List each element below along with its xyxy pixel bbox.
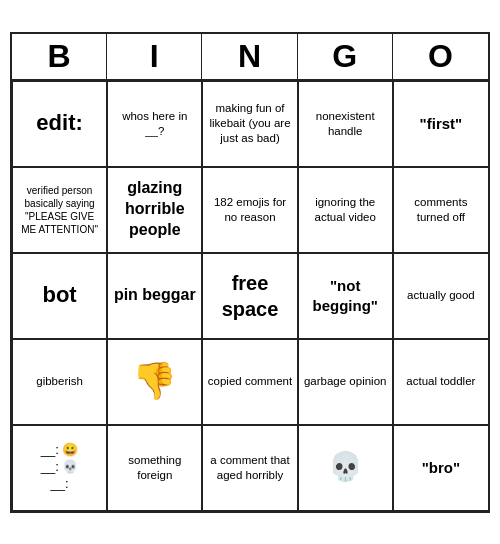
cell-r2c4: ignoring the actual video: [298, 167, 393, 253]
cell-r4c1: gibberish: [12, 339, 107, 425]
cell-r2c5: comments turned off: [393, 167, 488, 253]
header-i: I: [107, 34, 202, 79]
cell-r4c4: garbage opinion: [298, 339, 393, 425]
cell-r5c4: 💀: [298, 425, 393, 511]
cell-r5c1: __: 😀 __: 💀 __:: [12, 425, 107, 511]
bingo-header: B I N G O: [12, 34, 488, 81]
header-o: O: [393, 34, 488, 79]
cell-r2c3: 182 emojis for no reason: [202, 167, 297, 253]
cell-r5c2: something foreign: [107, 425, 202, 511]
emoji-row: __: 😀 __: 💀 __:: [41, 442, 79, 493]
cell-r5c5: "bro": [393, 425, 488, 511]
cell-r3c4: "not begging": [298, 253, 393, 339]
header-g: G: [298, 34, 393, 79]
cell-r1c4: nonexistent handle: [298, 81, 393, 167]
header-n: N: [202, 34, 297, 79]
cell-r4c3: copied comment: [202, 339, 297, 425]
cell-r1c2: whos here in __?: [107, 81, 202, 167]
bingo-card: B I N G O edit: whos here in __? making …: [10, 32, 490, 513]
cell-r5c3: a comment that aged horribly: [202, 425, 297, 511]
emoji-line3: __:: [51, 476, 69, 493]
cell-r3c3-free: free space: [202, 253, 297, 339]
cell-r4c5: actual toddler: [393, 339, 488, 425]
cell-r2c2: glazing horrible people: [107, 167, 202, 253]
emoji-line1: __: 😀: [41, 442, 79, 459]
emoji-line2: __: 💀: [41, 459, 79, 476]
header-b: B: [12, 34, 107, 79]
cell-r4c2: 👎: [107, 339, 202, 425]
cell-r3c5: actually good: [393, 253, 488, 339]
bingo-grid: edit: whos here in __? making fun of lik…: [12, 81, 488, 511]
cell-r2c1: verified person basically saying "PLEASE…: [12, 167, 107, 253]
cell-r1c1: edit:: [12, 81, 107, 167]
cell-r3c2: pin beggar: [107, 253, 202, 339]
cell-r1c5: "first": [393, 81, 488, 167]
cell-r3c1: bot: [12, 253, 107, 339]
cell-r1c3: making fun of likebait (you are just as …: [202, 81, 297, 167]
